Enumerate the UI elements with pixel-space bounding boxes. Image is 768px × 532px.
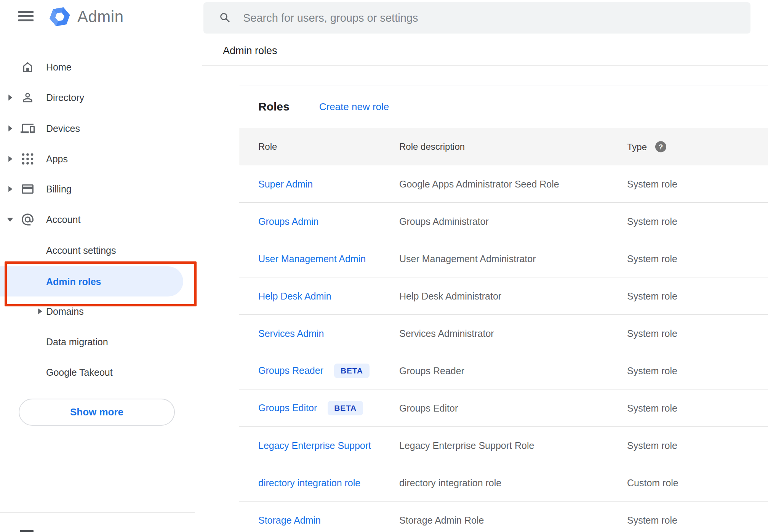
table-row: Help Desk Admin Help Desk Administrator … [239, 277, 768, 315]
panel-title: Roles [258, 100, 290, 113]
table-row: Groups Admin Groups Administrator System… [239, 203, 768, 240]
devices-icon [21, 122, 35, 136]
sidebar-item-account-settings[interactable]: Account settings [0, 235, 195, 266]
sidebar-bottom-divider [0, 512, 195, 513]
column-header-type-label: Type [627, 141, 647, 152]
table-row: directory integration role directory int… [239, 464, 768, 502]
role-description: Groups Reader [399, 365, 464, 376]
column-header-role: Role [258, 141, 277, 152]
show-more-button[interactable]: Show more [19, 399, 175, 426]
sidebar-item-label: Directory [46, 92, 84, 103]
role-description: Services Administrator [399, 328, 494, 339]
beta-badge: BETA [328, 401, 363, 415]
role-type: System role [627, 178, 677, 189]
table-row: Super Admin Google Apps Administrator Se… [239, 165, 768, 203]
role-type: System role [627, 440, 677, 451]
role-description: Storage Admin Role [399, 514, 484, 526]
role-description: Help Desk Administrator [399, 290, 501, 301]
sidebar-item-admin-roles-selected[interactable]: Admin roles [0, 266, 183, 296]
sidebar-item-label: Home [46, 62, 72, 73]
role-link[interactable]: Services Admin [258, 328, 324, 339]
sidebar-item-billing[interactable]: Billing [0, 174, 195, 204]
create-new-role-link[interactable]: Create new role [319, 101, 389, 113]
sidebar-item-google-takeout[interactable]: Google Takeout [0, 357, 195, 388]
admin-logo: Admin [48, 5, 124, 29]
role-link[interactable]: User Management Admin [258, 253, 366, 264]
help-icon[interactable]: ? [655, 141, 666, 152]
search-input[interactable] [242, 11, 739, 25]
roles-table-body: Super Admin Google Apps Administrator Se… [239, 165, 768, 532]
role-type: System role [627, 328, 677, 339]
roles-panel: Roles Create new role Role Role descript… [239, 85, 768, 532]
table-row: User Management Admin User Management Ad… [239, 240, 768, 277]
role-type: System role [627, 253, 677, 264]
sidebar-item-label: Apps [46, 154, 68, 165]
role-description: Groups Editor [399, 402, 458, 413]
roles-panel-header: Roles Create new role [239, 85, 768, 128]
role-link[interactable]: Help Desk Admin [258, 290, 331, 301]
breadcrumb: Admin roles [223, 45, 277, 57]
table-row: Groups Editor BETA Groups Editor System … [239, 389, 768, 427]
beta-badge: BETA [334, 364, 370, 378]
role-type: Custom role [627, 477, 678, 488]
role-link[interactable]: Super Admin [258, 178, 313, 189]
role-description: User Management Administrator [399, 253, 536, 264]
sidebar-item-apps[interactable]: Apps [0, 144, 195, 174]
role-description: Legacy Enterprise Support Role [399, 440, 534, 451]
sidebar-item-label: Data migration [46, 337, 108, 348]
sidebar-item-label: Admin roles [46, 276, 101, 287]
chevron-right-icon[interactable] [7, 186, 13, 192]
person-icon [21, 91, 35, 105]
at-sign-icon [21, 213, 35, 227]
chevron-right-icon[interactable] [37, 308, 43, 315]
product-name: Admin [77, 8, 124, 26]
role-type: System role [627, 290, 677, 301]
role-link[interactable]: Groups Editor [258, 402, 317, 413]
sidebar-item-label: Account settings [46, 245, 116, 256]
table-row: Storage Admin Storage Admin Role System … [239, 502, 768, 532]
sidebar-item-label: Account [46, 214, 80, 225]
sidebar-item-label: Domains [46, 306, 84, 317]
table-row: Groups Reader BETA Groups Reader System … [239, 352, 768, 389]
sidebar-item-devices[interactable]: Devices [0, 113, 195, 144]
table-row: Services Admin Services Administrator Sy… [239, 315, 768, 352]
table-header-row: Role Role description Type ? [239, 128, 768, 165]
sidebar: Admin Home Directory [0, 0, 202, 532]
role-type: System role [627, 216, 677, 227]
home-icon [21, 60, 35, 74]
search-icon [219, 11, 232, 24]
sidebar-item-label: Devices [46, 123, 80, 134]
breadcrumb-divider [202, 65, 768, 66]
chevron-right-icon[interactable] [7, 125, 13, 132]
sidebar-item-account[interactable]: Account [0, 204, 195, 235]
role-description: Groups Administrator [399, 216, 489, 227]
sidebar-item-data-migration[interactable]: Data migration [0, 327, 195, 357]
partially-visible-icon [20, 530, 34, 532]
role-description: directory integration role [399, 477, 501, 488]
sidebar-item-domains[interactable]: Domains [0, 296, 195, 327]
global-search-bar[interactable] [203, 2, 750, 34]
chevron-down-icon[interactable] [7, 216, 13, 223]
role-type: System role [627, 365, 677, 376]
table-row: Legacy Enterprise Support Legacy Enterpr… [239, 427, 768, 464]
apps-grid-icon [21, 152, 35, 166]
sidebar-item-label: Billing [46, 184, 72, 195]
role-type: System role [627, 514, 677, 526]
sidebar-item-label: Google Takeout [46, 367, 113, 378]
credit-card-icon [21, 182, 35, 196]
chevron-right-icon[interactable] [7, 95, 13, 101]
google-admin-console: Admin Home Directory [0, 0, 768, 532]
chevron-right-icon[interactable] [7, 156, 13, 162]
role-link[interactable]: Groups Admin [258, 216, 318, 227]
hamburger-menu-icon[interactable] [18, 9, 35, 23]
role-link[interactable]: Groups Reader [258, 365, 323, 376]
admin-hexagon-icon [48, 5, 71, 28]
column-header-role-description: Role description [399, 141, 465, 152]
sidebar-item-directory[interactable]: Directory [0, 82, 195, 113]
role-link[interactable]: Legacy Enterprise Support [258, 440, 371, 451]
role-link[interactable]: directory integration role [258, 477, 360, 488]
role-type: System role [627, 402, 677, 413]
sidebar-item-home[interactable]: Home [0, 52, 195, 82]
role-link[interactable]: Storage Admin [258, 514, 321, 526]
role-description: Google Apps Administrator Seed Role [399, 178, 559, 189]
